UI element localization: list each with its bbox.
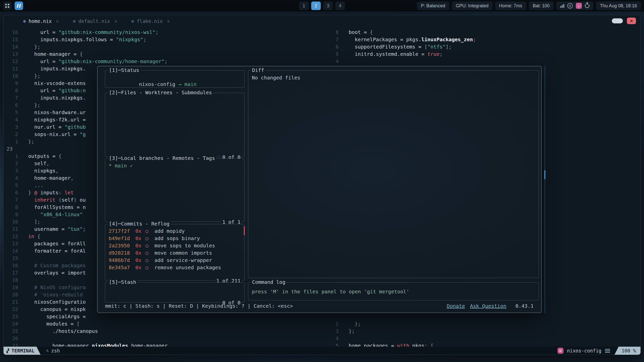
code-line[interactable]: 25 ./hosts/canopus (4, 328, 333, 335)
code-text (22, 335, 28, 342)
workspace-button-3[interactable]: 3 (323, 2, 333, 10)
window-toggle-pill[interactable] (612, 18, 623, 23)
footer-link-ask-question[interactable]: Ask Question (470, 303, 506, 309)
tab-home.nix[interactable]: ❄home.nix× (23, 18, 59, 24)
code-line[interactable]: 16 url = "github:nix-community/nixos-wsl… (4, 29, 333, 36)
status-segment[interactable]: GPU: Integrated (452, 2, 493, 10)
commits-scrollbar[interactable] (244, 226, 245, 235)
code-token: forAllSystems = n (28, 204, 86, 210)
commit-badge: 0x (135, 257, 145, 263)
code-line[interactable]: 8boot = { (328, 29, 640, 36)
panel-title: [4]─Commits - Reflog (108, 221, 171, 227)
commit-row[interactable]: b49ef1d0x○add sops binary (109, 235, 241, 242)
scroll-position-badge: 100 % (615, 347, 640, 355)
code-line[interactable]: 15 inputs.nixpkgs.follows = "nixpkgs"; (4, 36, 333, 43)
tab-flake.nix[interactable]: ❄flake.nix× (131, 18, 170, 24)
window-close-button[interactable]: × (627, 18, 636, 24)
code-line[interactable]: 23 specialArgs = (4, 313, 333, 320)
code-token: inputs.nixpkgs. (28, 95, 86, 101)
status-segment[interactable]: Home: 7ms (495, 2, 526, 10)
workspace-button-1[interactable]: 1 (299, 2, 309, 10)
power-icon[interactable] (585, 4, 589, 8)
line-number (328, 313, 342, 320)
lazygit-stash-panel[interactable]: [5]─Stash 0 of 0 (105, 282, 245, 302)
line-number: 2 (328, 320, 342, 328)
code-line[interactable]: 26 (4, 335, 333, 342)
code-line[interactable]: 2 }; (328, 320, 640, 328)
code-text: inherit (self) ou (22, 196, 86, 204)
commit-message: move common imports (154, 250, 212, 256)
scrollbar-thumb[interactable] (544, 170, 545, 179)
code-token: { (80, 51, 83, 57)
code-token: [ (424, 44, 427, 50)
commit-row[interactable]: 9486b7d0x○add service-wrapper (109, 256, 241, 264)
status-segment[interactable]: Bat: 100 (529, 2, 554, 10)
code-text (342, 313, 349, 320)
line-number: 14 (4, 247, 22, 255)
tab-close-icon[interactable]: × (167, 18, 170, 24)
lazygit-status-panel[interactable]: [1]─Status nixos-config → main (105, 70, 245, 88)
lazygit-diff-panel[interactable]: Diff No changed files (248, 70, 539, 278)
code-line[interactable]: 6 supportedFilesystems = ["ntfs"]; (328, 43, 640, 51)
code-text: url = "github:nix-community/nixos-wsl"; (22, 29, 158, 36)
code-token: , (71, 175, 74, 181)
workspace-button-2[interactable]: 2 (311, 2, 321, 10)
code-line[interactable]: 4 (328, 335, 640, 342)
code-token: "nixpkgs" (116, 36, 143, 42)
commit-row[interactable]: 2717f2f0x○add mopidy (109, 227, 241, 235)
code-line[interactable]: 5 initrd.systemd.enable = true; (328, 51, 640, 58)
status-segment[interactable]: P: Balanced (417, 2, 449, 10)
code-line[interactable]: 5home.packages = with pkgs; [ (328, 342, 640, 347)
lazygit-command-log-panel[interactable]: Command log press 'M' in the files panel… (248, 282, 539, 300)
code-token: "g (80, 131, 86, 137)
commit-hash: 9486b7d (109, 257, 135, 263)
line-number: 17 (4, 269, 22, 277)
code-line[interactable]: 12 url = "github:nix-community/home-mana… (4, 58, 333, 65)
lazygit-commits-panel[interactable]: [4]─Commits - Reflog 2717f2f0x○add mopid… (105, 224, 245, 281)
line-number: 23 (4, 313, 22, 320)
tab-default.nix[interactable]: ❄default.nix× (73, 18, 117, 24)
line-number: 1 (4, 153, 22, 160)
code-text: } @ inputs: let (22, 189, 74, 196)
code-line[interactable]: 7 kernelPackages = pkgs.linuxPackages_ze… (328, 36, 640, 43)
code-token: inputs.nixpkgs. (28, 66, 86, 72)
commit-row[interactable]: d9202180x○move common imports (109, 249, 241, 256)
code-line[interactable]: 13 home-manager = { (4, 51, 333, 58)
code-line[interactable]: 4 (328, 58, 640, 65)
line-number: 19 (4, 284, 22, 291)
logo-badge[interactable] (15, 2, 23, 10)
close-icon: × (630, 18, 633, 24)
line-number: 9 (4, 80, 22, 87)
branch-row[interactable]: * main ✓ (109, 163, 241, 170)
code-token (28, 197, 34, 203)
lazygit-files-panel[interactable]: [2]─Files - Worktrees - Submodules 0 of … (105, 93, 245, 157)
line-number: 10 (4, 218, 22, 225)
code-line[interactable] (328, 313, 640, 320)
tab-close-icon[interactable]: × (114, 18, 117, 24)
code-token: formatter = forAl (28, 248, 86, 254)
scrollbar[interactable] (544, 66, 545, 313)
code-text: ]; (22, 218, 40, 225)
code-text: initrd.systemd.enable = true; (342, 51, 442, 58)
system-tray[interactable]: 0 ♪ (556, 2, 593, 10)
footer-link-donate[interactable]: Donate (447, 303, 465, 309)
code-text: # NixOS configura (22, 284, 86, 291)
tab-close-icon[interactable]: × (56, 18, 59, 24)
commit-row[interactable]: 8e345a70x○remove unused packages (109, 264, 241, 271)
apps-menu-button[interactable] (3, 2, 12, 10)
media-icon[interactable]: ♪ (576, 3, 582, 9)
code-line[interactable]: 3}; (328, 328, 640, 335)
commit-row[interactable]: 2a239500x○move sops to modules (109, 242, 241, 249)
line-number: 3 (4, 167, 22, 174)
lazygit-branches-panel[interactable]: [3]─Local branches - Remotes - Tags * ma… (105, 158, 245, 222)
code-token: inherit (34, 197, 55, 203)
code-token: pkgs (409, 343, 424, 347)
code-token: home-manager (28, 175, 71, 181)
code-line[interactable]: 27 home-manager.nixosModules.home-manage… (4, 342, 333, 347)
code-line[interactable]: 24 modules = [ (4, 320, 333, 328)
workspace-button-4[interactable]: 4 (335, 2, 345, 10)
clock[interactable]: Thu Aug 08, 18:16 (596, 2, 641, 10)
commit-node-icon: ○ (145, 264, 154, 270)
code-line[interactable]: 14 }; (4, 43, 333, 51)
line-number: 15 (4, 255, 22, 262)
